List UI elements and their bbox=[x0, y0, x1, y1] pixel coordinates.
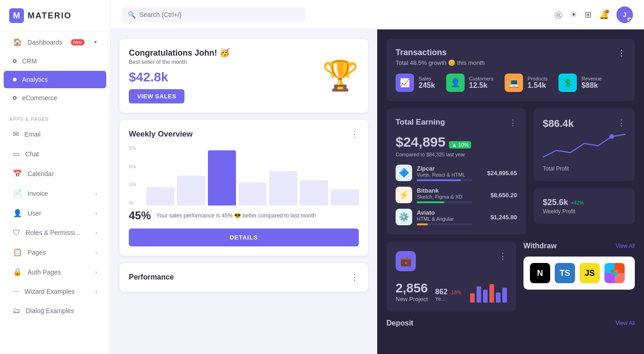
bar-wed bbox=[208, 150, 236, 206]
sidebar-item-dialog[interactable]: 🗂 Dialog Examples bbox=[4, 302, 106, 320]
customers-value: 12.5k bbox=[469, 81, 494, 90]
chevron-right-icon: › bbox=[95, 250, 97, 255]
sidebar-item-user[interactable]: 👤 User › bbox=[4, 204, 106, 223]
project-menu-button[interactable]: ⋮ bbox=[499, 251, 507, 261]
grid-icon: ⊞ bbox=[585, 10, 592, 19]
total-profit-big-value: $86.4k bbox=[543, 118, 574, 130]
bitbank-progress bbox=[417, 201, 472, 203]
aviato-logo: ⚙️ bbox=[396, 209, 412, 225]
sidebar-item-calendar[interactable]: 📅 Calendar bbox=[4, 164, 106, 183]
earning-amount: $24,895 bbox=[396, 134, 445, 150]
details-button[interactable]: DETAILS bbox=[129, 228, 359, 246]
sidebar-item-chat[interactable]: ▭ Chat bbox=[4, 144, 106, 163]
weekly-profit-label: Weekly Profit bbox=[543, 208, 626, 215]
bar-chart bbox=[146, 146, 359, 206]
withdraw-section: Withdraw View All N TS JS bbox=[523, 242, 635, 312]
weekly-menu-button[interactable]: ⋮ bbox=[351, 129, 359, 139]
earning-amount-row: $24,895 ▲ 10% bbox=[396, 131, 517, 151]
withdraw-view-all[interactable]: View All bbox=[615, 243, 635, 249]
new-badge: New bbox=[71, 39, 85, 46]
weekly-desc: Your sales performance is 45% 😎 better c… bbox=[156, 212, 316, 219]
congrats-title: Congratulations John! 🥳 bbox=[129, 48, 230, 58]
earning-item-zipcar: 🔷 Zipcar Vuejs, React & HTML $24,895.65 bbox=[396, 165, 517, 181]
sidebar-item-auth[interactable]: 🔒 Auth Pages › bbox=[4, 263, 106, 281]
sidebar-item-invoice[interactable]: 📄 Invoice › bbox=[4, 184, 106, 203]
earning-item-aviato: ⚙️ Aviato HTML & Angular $1,245.80 bbox=[396, 209, 517, 225]
sidebar-item-roles[interactable]: 🛡 Roles & Permissi... › bbox=[4, 223, 106, 242]
figma-logo bbox=[604, 263, 625, 283]
notification-button[interactable]: 🔔 bbox=[599, 10, 609, 20]
performance-menu-button[interactable]: ⋮ bbox=[351, 272, 359, 282]
user-icon: 👤 bbox=[13, 209, 22, 217]
middle-row: Total Earning ⋮ $24,895 ▲ 10% Compared t… bbox=[386, 108, 635, 234]
invoice-icon: 📄 bbox=[13, 189, 22, 198]
profit-menu-button[interactable]: ⋮ bbox=[617, 118, 626, 128]
logo-icon: M bbox=[9, 8, 24, 23]
transactions-menu-button[interactable]: ⋮ bbox=[617, 48, 626, 58]
stat-customers: 👤 Customers 12.5k bbox=[446, 74, 494, 92]
revenue-icon: 💲 bbox=[558, 74, 577, 92]
search-bar[interactable]: 🔍 bbox=[121, 7, 305, 22]
typescript-logo: TS bbox=[555, 263, 575, 283]
earning-badge: ▲ 10% bbox=[449, 141, 471, 148]
sidebar-item-email[interactable]: ✉ Email bbox=[4, 125, 106, 143]
customers-icon: 👤 bbox=[446, 74, 465, 92]
deposit-view-all[interactable]: View All bbox=[615, 320, 635, 326]
javascript-logo: JS bbox=[580, 263, 600, 283]
project-sub-count: 862 bbox=[435, 288, 448, 296]
project-icon: 💼 bbox=[396, 251, 416, 271]
dashboard: Congratulations John! 🥳 Best seller of t… bbox=[110, 29, 644, 354]
aviato-progress bbox=[417, 223, 472, 225]
new-project-card: 💼 ⋮ 2,856 New Project 862 -18% Ye... bbox=[386, 242, 516, 312]
project-sub-badge: -18% bbox=[449, 290, 461, 295]
search-input[interactable] bbox=[139, 11, 299, 18]
sidebar-item-crm[interactable]: CRM bbox=[4, 52, 106, 70]
stat-products: 💻 Products 1.54k bbox=[505, 74, 547, 92]
apps-pages-label: APPS & PAGES bbox=[0, 112, 110, 124]
main-content: 🔍 ㊗ ☀ ⊞ 🔔 J bbox=[110, 0, 644, 354]
sidebar-item-analytics[interactable]: Analytics bbox=[4, 71, 106, 88]
header-icons: ㊗ ☀ ⊞ 🔔 J bbox=[554, 6, 633, 23]
email-icon: ✉ bbox=[13, 130, 19, 138]
withdraw-title: Withdraw bbox=[523, 242, 557, 250]
chart-y-labels: 90k 60k 30k 0k bbox=[129, 146, 144, 206]
view-sales-button[interactable]: VIEW SALES bbox=[129, 89, 184, 103]
bitbank-logo: ⚡ bbox=[396, 187, 412, 203]
theme-toggle-button[interactable]: ☀ bbox=[570, 10, 577, 20]
deposit-row: Deposit View All bbox=[386, 319, 635, 327]
chevron-right-icon: › bbox=[95, 269, 97, 275]
earning-compare: Compared to $84,325 last year bbox=[396, 152, 517, 157]
sales-label: Sales bbox=[419, 76, 435, 81]
revenue-label: Revenue bbox=[581, 76, 602, 81]
sidebar-item-label: Calendar bbox=[28, 170, 54, 177]
sidebar: M MATERIO 🏠 Dashboards New ▾ CRM Analyti… bbox=[0, 0, 110, 354]
earning-header: Total Earning ⋮ bbox=[396, 118, 517, 128]
customers-label: Customers bbox=[469, 76, 494, 81]
avatar[interactable]: J bbox=[616, 6, 633, 23]
performance-header: Performance ⋮ bbox=[129, 272, 359, 282]
stat-sales: 📈 Sales 245k bbox=[396, 74, 435, 92]
congrats-amount: $42.8k bbox=[129, 70, 230, 85]
sidebar-item-label: Chat bbox=[25, 150, 39, 158]
logo-text: MATERIO bbox=[28, 11, 72, 21]
translate-button[interactable]: ㊗ bbox=[554, 9, 563, 20]
sidebar-item-label: Wizard Examples bbox=[24, 288, 75, 295]
congrats-content: Congratulations John! 🥳 Best seller of t… bbox=[129, 48, 230, 103]
sidebar-logo: M MATERIO bbox=[0, 0, 110, 32]
sales-value: 245k bbox=[419, 81, 435, 90]
earning-title: Total Earning bbox=[396, 118, 445, 128]
sidebar-item-dashboards[interactable]: 🏠 Dashboards New ▾ bbox=[4, 33, 106, 51]
sidebar-item-label: Invoice bbox=[28, 190, 48, 197]
sidebar-item-ecommerce[interactable]: eCommerce bbox=[4, 89, 106, 107]
grid-button[interactable]: ⊞ bbox=[585, 10, 592, 20]
search-icon: 🔍 bbox=[128, 11, 136, 18]
sidebar-item-wizard[interactable]: ··· Wizard Examples › bbox=[4, 282, 106, 301]
performance-card: Performance ⋮ bbox=[120, 263, 368, 291]
sidebar-item-label: Roles & Permissi... bbox=[26, 229, 80, 236]
sidebar-item-pages[interactable]: 📋 Pages › bbox=[4, 243, 106, 262]
nextjs-logo: N bbox=[530, 263, 550, 283]
circle-icon bbox=[13, 59, 17, 63]
weekly-overview-card: Weekly Overview ⋮ 90k 60k 30k 0k bbox=[120, 120, 368, 256]
earning-menu-button[interactable]: ⋮ bbox=[509, 118, 517, 128]
svg-point-5 bbox=[613, 271, 616, 275]
